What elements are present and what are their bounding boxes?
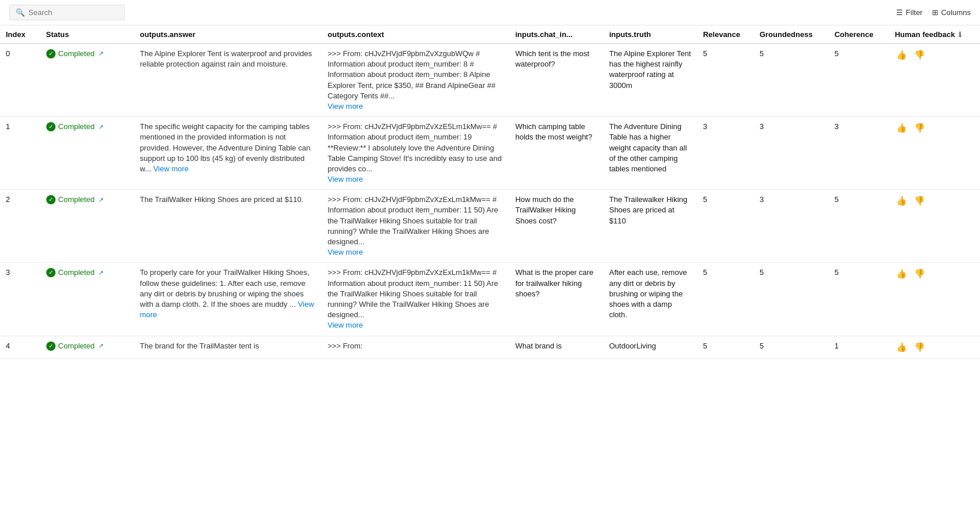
answer-view-more[interactable]: View more: [153, 164, 189, 173]
cell-coherence: 1: [828, 336, 889, 358]
cell-context: >>> From:: [322, 336, 509, 358]
check-icon: ✓: [46, 342, 56, 351]
thumbs-down-button[interactable]: 👎: [913, 341, 926, 354]
external-link-icon[interactable]: ↗: [98, 123, 104, 131]
cell-feedback: 👍 👎: [889, 263, 980, 336]
context-view-more[interactable]: View more: [327, 102, 363, 111]
cell-truth: The Adventure Dining Table has a higher …: [603, 117, 697, 190]
filter-icon: ☰: [896, 8, 903, 17]
table-row: 3 ✓ Completed ↗ To properly care for you…: [0, 263, 980, 336]
check-icon: ✓: [46, 122, 56, 131]
cell-groundedness: 5: [754, 263, 829, 336]
thumbs-up-button[interactable]: 👍: [895, 122, 908, 134]
answer-text: The specific weight capacity for the cam…: [140, 122, 311, 173]
cell-groundedness: 3: [754, 117, 829, 190]
search-box[interactable]: 🔍: [9, 5, 125, 20]
cell-feedback: 👍 👎: [889, 117, 980, 190]
cell-chat-in: What is the proper care for trailwalker …: [510, 263, 603, 336]
thumbs-up-button[interactable]: 👍: [895, 341, 908, 354]
cell-chat-in: What brand is: [510, 336, 603, 358]
columns-label: Columns: [941, 8, 971, 17]
feedback-info-icon: ℹ: [959, 31, 961, 39]
col-header-coherence: Coherence: [828, 25, 889, 44]
filter-button[interactable]: ☰ Filter: [896, 8, 923, 17]
cell-relevance: 5: [697, 263, 754, 336]
cell-truth: The Alpine Explorer Tent has the highest…: [603, 44, 697, 117]
external-link-icon[interactable]: ↗: [98, 269, 104, 277]
cell-status: ✓ Completed ↗: [40, 263, 134, 336]
cell-index: 1: [0, 117, 40, 190]
status-label: Completed: [58, 122, 95, 132]
answer-text: To properly care for your TrailWalker Hi…: [140, 268, 314, 319]
col-header-index: Index: [0, 25, 40, 44]
cell-status: ✓ Completed ↗: [40, 44, 134, 117]
thumbs-up-button[interactable]: 👍: [895, 49, 908, 61]
search-input[interactable]: [28, 8, 115, 17]
thumbs-down-button[interactable]: 👎: [913, 49, 926, 61]
cell-answer: The specific weight capacity for the cam…: [134, 117, 322, 190]
cell-feedback: 👍 👎: [889, 44, 980, 117]
cell-coherence: 3: [828, 117, 889, 190]
filter-label: Filter: [906, 8, 923, 17]
columns-button[interactable]: ⊞ Columns: [932, 8, 971, 17]
status-label: Completed: [58, 267, 95, 278]
status-label: Completed: [58, 194, 95, 205]
thumbs-up-button[interactable]: 👍: [895, 267, 908, 280]
top-bar: 🔍 ☰ Filter ⊞ Columns: [0, 0, 980, 25]
check-icon: ✓: [46, 195, 56, 204]
col-header-feedback: Human feedback ℹ: [889, 25, 980, 44]
status-label: Completed: [58, 341, 95, 351]
context-view-more[interactable]: View more: [327, 175, 363, 183]
thumbs-down-button[interactable]: 👎: [913, 267, 926, 280]
cell-truth: The Trailewalker Hiking Shoes are priced…: [603, 190, 697, 263]
cell-groundedness: 5: [754, 336, 829, 358]
cell-context: >>> From: cHJvZHVjdF9pbmZvXzgubWQw # Inf…: [322, 44, 509, 117]
cell-status: ✓ Completed ↗: [40, 117, 134, 190]
thumbs-up-button[interactable]: 👍: [895, 194, 908, 207]
thumbs-down-button[interactable]: 👎: [913, 194, 926, 207]
data-table-container: Index Status outputs.answer outputs.cont…: [0, 25, 980, 359]
context-view-more[interactable]: View more: [327, 248, 363, 256]
cell-truth: OutdoorLiving: [603, 336, 697, 358]
col-header-answer: outputs.answer: [134, 25, 322, 44]
cell-truth: After each use, remove any dirt or debri…: [603, 263, 697, 336]
answer-text: The TrailWalker Hiking Shoes are priced …: [140, 195, 304, 204]
cell-context: >>> From: cHJvZHVjdF9pbmZvXzExLm1kMw== #…: [322, 190, 509, 263]
cell-answer: The brand for the TrailMaster tent is: [134, 336, 322, 358]
cell-context: >>> From: cHJvZHVjdF9pbmZvXzE5Lm1kMw== #…: [322, 117, 509, 190]
cell-relevance: 3: [697, 117, 754, 190]
cell-groundedness: 3: [754, 190, 829, 263]
data-table: Index Status outputs.answer outputs.cont…: [0, 25, 980, 359]
col-header-groundedness: Groundedness: [754, 25, 829, 44]
external-link-icon[interactable]: ↗: [98, 49, 104, 58]
table-header-row: Index Status outputs.answer outputs.cont…: [0, 25, 980, 44]
table-row: 1 ✓ Completed ↗ The specific weight capa…: [0, 117, 980, 190]
cell-status: ✓ Completed ↗: [40, 336, 134, 358]
external-link-icon[interactable]: ↗: [98, 196, 104, 204]
cell-coherence: 5: [828, 190, 889, 263]
col-header-chat: inputs.chat_in...: [510, 25, 603, 44]
cell-groundedness: 5: [754, 44, 829, 117]
context-text: >>> From: cHJvZHVjdF9pbmZvXzgubWQw # Inf…: [327, 49, 495, 100]
answer-text: The Alpine Explorer Tent is waterproof a…: [140, 49, 312, 68]
check-icon: ✓: [46, 49, 56, 58]
cell-context: >>> From: cHJvZHVjdF9pbmZvXzExLm1kMw== #…: [322, 263, 509, 336]
cell-answer: The TrailWalker Hiking Shoes are priced …: [134, 190, 322, 263]
cell-chat-in: How much do the TrailWalker Hiking Shoes…: [510, 190, 603, 263]
answer-view-more[interactable]: View more: [140, 300, 314, 319]
thumbs-down-button[interactable]: 👎: [913, 122, 926, 134]
context-view-more[interactable]: View more: [327, 321, 363, 329]
context-text: >>> From: cHJvZHVjdF9pbmZvXzExLm1kMw== #…: [327, 268, 498, 319]
external-link-icon[interactable]: ↗: [98, 342, 104, 350]
context-text: >>> From:: [327, 342, 362, 350]
cell-answer: The Alpine Explorer Tent is waterproof a…: [134, 44, 322, 117]
cell-relevance: 5: [697, 336, 754, 358]
cell-status: ✓ Completed ↗: [40, 190, 134, 263]
cell-answer: To properly care for your TrailWalker Hi…: [134, 263, 322, 336]
col-header-truth: inputs.truth: [603, 25, 697, 44]
answer-text: The brand for the TrailMaster tent is: [140, 342, 259, 350]
cell-relevance: 5: [697, 44, 754, 117]
cell-feedback: 👍 👎: [889, 190, 980, 263]
col-header-status: Status: [40, 25, 134, 44]
status-label: Completed: [58, 49, 95, 59]
